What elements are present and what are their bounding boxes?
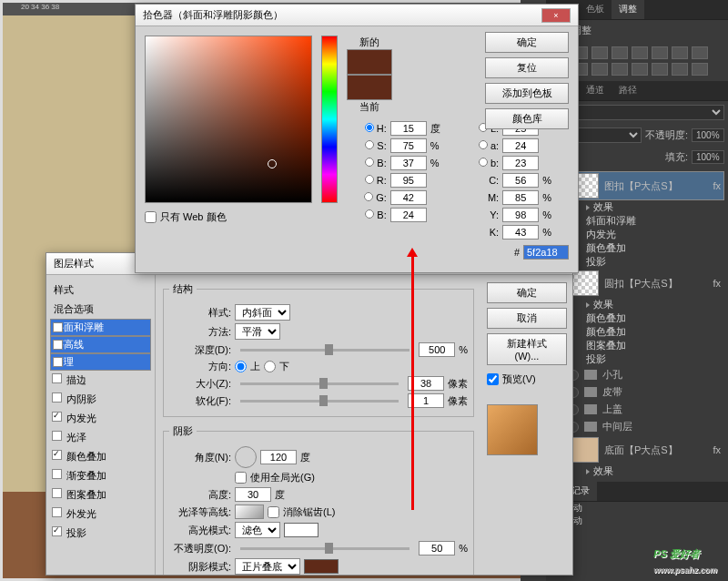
depth-input[interactable] — [419, 342, 455, 357]
fx-sub[interactable]: 投影 — [550, 352, 724, 366]
adj-icon[interactable] — [692, 63, 708, 76]
gloss-contour[interactable] — [235, 505, 264, 519]
s-radio[interactable] — [365, 140, 374, 149]
shadow-swatch[interactable] — [304, 559, 339, 574]
style-checkbox[interactable] — [52, 469, 62, 479]
highlight-opacity-input[interactable] — [419, 541, 455, 556]
shadow-mode-select[interactable]: 正片叠底 — [235, 558, 300, 575]
add-swatch-button[interactable]: 添加到色板 — [485, 83, 569, 104]
style-item[interactable]: 投影 — [50, 524, 151, 543]
tab-swatch[interactable]: 色板 — [579, 0, 612, 19]
adj-icon[interactable] — [592, 46, 608, 59]
style-item[interactable]: 图案叠加 — [50, 485, 151, 505]
tab-paths[interactable]: 路径 — [612, 81, 644, 100]
highlight-mode-select[interactable]: 滤色 — [235, 522, 280, 538]
style-checkbox[interactable] — [53, 340, 63, 350]
soft-slider[interactable] — [240, 400, 399, 403]
dialog-titlebar[interactable]: 拾色器（斜面和浮雕阴影颜色） × — [136, 5, 578, 26]
adj-icon[interactable] — [692, 46, 708, 59]
depth-slider[interactable] — [240, 349, 410, 352]
h-input[interactable] — [390, 121, 427, 136]
ok-button[interactable]: 确定 — [485, 32, 569, 53]
preview-check[interactable] — [487, 373, 499, 385]
b-radio[interactable] — [365, 158, 374, 167]
style-item[interactable]: 渐变叠加 — [50, 466, 151, 485]
style-item[interactable]: 外发光 — [50, 505, 151, 524]
type-select[interactable] — [573, 105, 724, 120]
style-item[interactable]: 纹理 — [50, 353, 151, 371]
c-input[interactable] — [502, 173, 539, 188]
style-item[interactable]: 光泽 — [50, 428, 151, 447]
style-checkbox[interactable] — [52, 373, 62, 383]
history-item[interactable]: 移动 — [546, 515, 728, 527]
global-light-check[interactable] — [235, 472, 247, 484]
g-radio[interactable] — [364, 192, 373, 201]
fx-sub[interactable]: 颜色叠加 — [550, 325, 724, 339]
highlight-swatch[interactable] — [284, 523, 318, 537]
b2-radio[interactable] — [479, 158, 488, 167]
style-item[interactable]: 内发光 — [50, 409, 151, 428]
hex-input[interactable] — [523, 245, 569, 260]
fx-sub[interactable]: 效果 — [550, 298, 724, 311]
reset-button[interactable]: 复位 — [485, 57, 569, 78]
method-select[interactable]: 平滑 — [235, 323, 280, 340]
layer-folder[interactable]: 中间层 — [550, 418, 724, 435]
antialias-check[interactable] — [268, 506, 279, 518]
k-input[interactable] — [502, 225, 539, 240]
style-checkbox[interactable] — [52, 488, 62, 498]
adj-icon[interactable] — [672, 46, 688, 59]
tab-adjust[interactable]: 调整 — [612, 0, 644, 19]
style-item[interactable]: 等高线 — [50, 336, 151, 353]
adj-icon[interactable] — [652, 46, 668, 59]
adj-icon[interactable] — [592, 63, 608, 76]
h-radio[interactable] — [365, 123, 374, 132]
fx-sub[interactable]: 颜色叠加 — [550, 311, 724, 325]
adj-icon[interactable] — [632, 46, 648, 59]
layer-folder[interactable]: 皮带 — [550, 383, 724, 401]
opacity-value[interactable]: 100% — [692, 128, 724, 142]
fx-badge[interactable]: fx — [713, 180, 721, 191]
a-input[interactable] — [502, 138, 539, 153]
y-input[interactable] — [502, 208, 539, 222]
s-input[interactable] — [390, 138, 427, 153]
layer-thumb[interactable] — [570, 437, 599, 463]
style-checkbox[interactable] — [52, 392, 62, 403]
style-checkbox[interactable] — [52, 526, 62, 536]
dir-down-radio[interactable] — [264, 361, 276, 372]
adj-icon[interactable] — [632, 63, 648, 76]
adj-icon[interactable] — [652, 63, 668, 76]
bl-radio[interactable] — [365, 209, 374, 219]
fx-sub[interactable]: 效果 — [550, 464, 724, 478]
layer-row[interactable]: 底面【P大点S】fx — [550, 435, 724, 464]
b-input[interactable] — [390, 156, 427, 170]
history-item[interactable]: 移动 — [546, 502, 728, 515]
style-checkbox[interactable] — [53, 322, 63, 332]
style-checkbox[interactable] — [52, 412, 62, 422]
close-button[interactable]: × — [541, 8, 571, 23]
layer-folder[interactable]: 小孔 — [550, 366, 724, 383]
style-checkbox[interactable] — [52, 450, 62, 460]
style-item[interactable]: 斜面和浮雕 — [50, 319, 151, 336]
tab-channels[interactable]: 通道 — [579, 81, 612, 100]
angle-input[interactable] — [260, 450, 297, 464]
adj-icon[interactable] — [672, 63, 688, 76]
saturation-field[interactable] — [145, 36, 312, 203]
fx-badge[interactable]: fx — [713, 444, 721, 455]
m-input[interactable] — [502, 190, 539, 205]
bl-input[interactable] — [390, 208, 427, 222]
style-checkbox[interactable] — [53, 357, 63, 367]
fill-value[interactable]: 100% — [692, 150, 724, 164]
style-item[interactable]: 颜色叠加 — [50, 447, 151, 466]
color-lib-button[interactable]: 颜色库 — [485, 108, 569, 129]
style-item[interactable]: 描边 — [50, 371, 151, 390]
hue-slider[interactable] — [321, 36, 338, 203]
new-style-button[interactable]: 新建样式(W)... — [487, 333, 567, 365]
highlight-opacity-slider[interactable] — [240, 547, 410, 550]
style-checkbox[interactable] — [52, 431, 62, 441]
layer-folder[interactable]: 上盖 — [550, 401, 724, 418]
dir-up-radio[interactable] — [235, 361, 247, 372]
r-input[interactable] — [390, 173, 427, 188]
r-radio[interactable] — [365, 175, 374, 184]
style-select[interactable]: 内斜面 — [235, 304, 290, 321]
adj-icon[interactable] — [612, 46, 628, 59]
